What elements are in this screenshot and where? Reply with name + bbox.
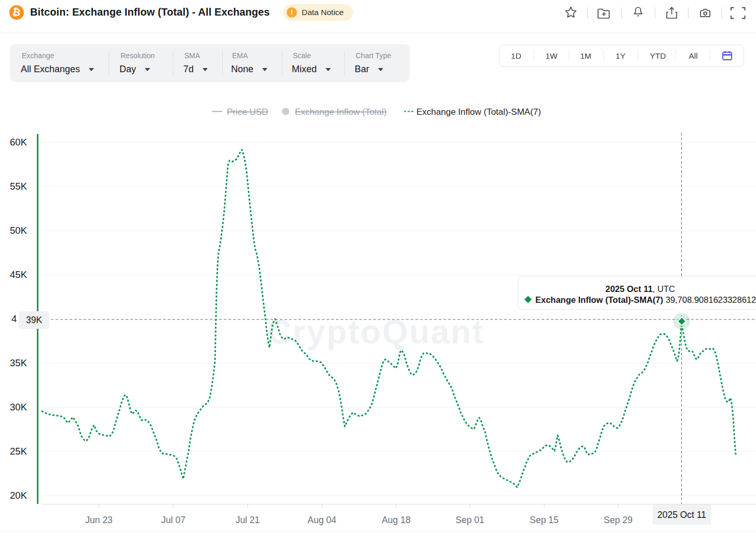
svg-text:Jun 23: Jun 23: [85, 515, 113, 525]
svg-text:60K: 60K: [10, 137, 28, 148]
svg-text:Exchange Inflow (Total)-SMA(7): Exchange Inflow (Total)-SMA(7): [416, 107, 541, 117]
svg-text:CryptoQuant: CryptoQuant: [267, 313, 485, 351]
svg-text:30K: 30K: [10, 402, 28, 412]
svg-text:45K: 45K: [10, 269, 28, 280]
svg-text:Jul 07: Jul 07: [161, 515, 185, 525]
svg-text:Price USD: Price USD: [227, 107, 268, 117]
svg-text:Aug 04: Aug 04: [307, 515, 336, 525]
svg-text:Aug 18: Aug 18: [382, 515, 410, 525]
svg-text:55K: 55K: [10, 181, 28, 192]
svg-text:4: 4: [11, 313, 17, 324]
svg-text:Exchange Inflow (Total): Exchange Inflow (Total): [295, 107, 387, 117]
svg-text:Sep 01: Sep 01: [455, 515, 484, 525]
svg-text:50K: 50K: [10, 225, 28, 236]
svg-text:Exchange Inflow (Total)-SMA(7): Exchange Inflow (Total)-SMA(7) 39,708.90…: [535, 295, 756, 304]
svg-text:20K: 20K: [10, 490, 28, 501]
svg-text:25K: 25K: [10, 446, 28, 457]
svg-text:Sep 29: Sep 29: [604, 515, 632, 525]
svg-text:Sep 15: Sep 15: [530, 515, 558, 525]
svg-text:35K: 35K: [10, 357, 28, 368]
svg-text:2025 Oct 11, UTC: 2025 Oct 11, UTC: [605, 284, 675, 294]
svg-text:2025 Oct 11: 2025 Oct 11: [657, 510, 706, 520]
svg-text:Jul 21: Jul 21: [236, 515, 260, 525]
svg-text:39K: 39K: [26, 315, 42, 325]
